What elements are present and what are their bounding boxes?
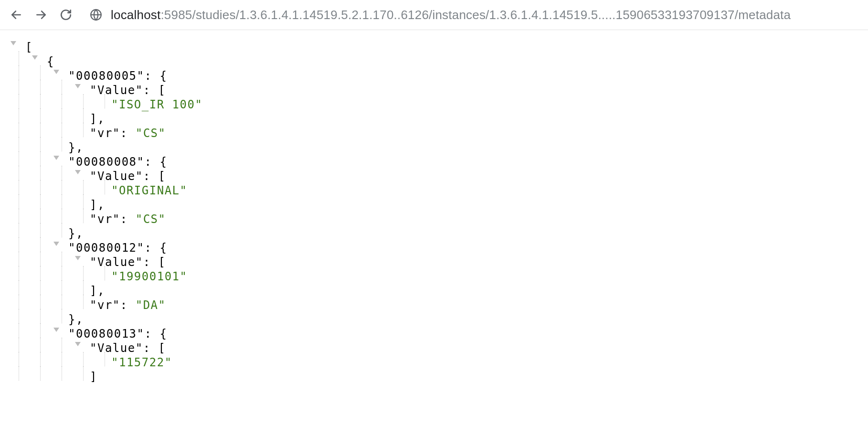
toggle-icon[interactable] (53, 70, 59, 74)
json-object-open: { (4, 51, 864, 65)
toggle-icon[interactable] (11, 41, 16, 45)
toggle-icon[interactable] (53, 156, 59, 160)
json-string-value: "ISO_IR 100" (111, 97, 202, 112)
toggle-icon[interactable] (75, 170, 81, 174)
url-host: localhost (111, 8, 160, 22)
url-text: localhost:5985/studies/1.3.6.1.4.1.14519… (111, 8, 791, 22)
json-entry: "00080012": { "Value": [ "19900101" (4, 237, 864, 323)
toggle-icon[interactable] (75, 256, 81, 260)
json-viewer: [ { "00080005": { "Value": [ (0, 30, 868, 384)
forward-button[interactable] (31, 4, 52, 25)
json-vr-key: "vr" (90, 298, 120, 312)
reload-button[interactable] (55, 4, 76, 25)
address-bar[interactable]: localhost:5985/studies/1.3.6.1.4.1.14519… (90, 8, 862, 22)
arrow-left-icon (10, 9, 22, 21)
url-path: :5985/studies/1.3.6.1.4.1.14519.5.2.1.17… (160, 8, 791, 22)
toggle-icon[interactable] (75, 342, 81, 346)
toggle-icon[interactable] (53, 242, 59, 246)
arrow-right-icon (35, 9, 47, 21)
browser-toolbar: localhost:5985/studies/1.3.6.1.4.1.14519… (0, 0, 868, 30)
json-string-value: "CS" (136, 212, 166, 226)
json-entry: "00080005": { "Value": [ "ISO_IR 100" (4, 65, 864, 151)
reload-icon (60, 9, 72, 21)
json-string-value: "ORIGINAL" (111, 183, 188, 198)
globe-icon (90, 9, 102, 21)
json-vr-key: "vr" (90, 212, 120, 226)
json-entry: "00080013": { "Value": [ "115722" (4, 323, 864, 381)
json-entry: "00080008": { "Value": [ "ORIGINAL" (4, 151, 864, 237)
json-vr-key: "vr" (90, 126, 120, 140)
toggle-icon[interactable] (75, 84, 81, 88)
toggle-icon[interactable] (53, 328, 59, 332)
json-array-open: [ (4, 37, 864, 51)
json-content: [ { "00080005": { "Value": [ (0, 30, 868, 447)
json-string-value: "19900101" (111, 269, 188, 284)
back-button[interactable] (6, 4, 27, 25)
json-string-value: "115722" (111, 355, 172, 370)
toggle-icon[interactable] (32, 55, 38, 60)
json-string-value: "DA" (136, 298, 166, 312)
json-string-value: "CS" (136, 126, 166, 140)
